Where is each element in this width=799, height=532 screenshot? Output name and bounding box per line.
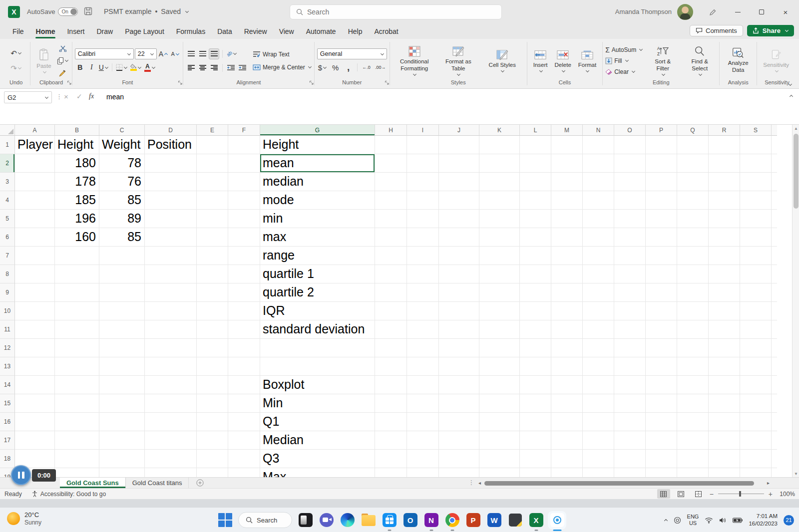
cell-L1[interactable] [520,136,551,154]
row-header-2[interactable]: 2 [0,154,15,173]
cell-J1[interactable] [439,136,479,154]
cell-G4[interactable]: mode [260,191,375,210]
cell-styles-button[interactable]: Cell Styles [480,48,524,73]
cell-E13[interactable] [197,357,228,376]
row-header-13[interactable]: 13 [0,357,15,376]
cell-E4[interactable] [197,191,228,210]
cell-O7[interactable] [614,247,646,265]
accessibility-status[interactable]: Accessibility: Good to go [32,491,106,498]
format-cells-button[interactable]: Format [575,48,600,73]
cell-I10[interactable] [407,302,439,320]
cell-E3[interactable] [197,173,228,191]
cell-M14[interactable] [551,376,583,394]
cell-C3[interactable]: 76 [99,173,145,191]
cell-B19[interactable] [55,468,99,477]
excel-logo-icon[interactable]: X [8,6,20,18]
cell-G3[interactable]: median [260,173,375,191]
cell-H13[interactable] [375,357,407,376]
cell-B4[interactable]: 185 [55,191,99,210]
cell-K10[interactable] [479,302,520,320]
scroll-right-arrow[interactable]: ▸ [767,480,770,486]
cell-H6[interactable] [375,228,407,247]
cell-Q17[interactable] [677,431,709,450]
cell-H18[interactable] [375,450,407,468]
cell-O16[interactable] [614,413,646,431]
sheet-tab-gold-coast-titans[interactable]: Gold Coast titans [126,478,189,488]
cell-partial-10[interactable] [772,302,777,320]
cell-B5[interactable]: 196 [55,210,99,228]
cell-I2[interactable] [407,154,439,173]
row-header-18[interactable]: 18 [0,450,15,468]
cell-G18[interactable]: Q3 [260,450,375,468]
formula-input[interactable]: mean [106,93,124,101]
cell-R15[interactable] [709,394,740,413]
cell-P19[interactable] [646,468,677,477]
cancel-entry-button[interactable]: × [64,92,68,101]
shrink-font-button[interactable]: A [170,48,180,59]
cell-P1[interactable] [646,136,677,154]
row-header-7[interactable]: 7 [0,247,15,265]
cell-P4[interactable] [646,191,677,210]
cell-M1[interactable] [551,136,583,154]
cell-S17[interactable] [740,431,772,450]
cell-O2[interactable] [614,154,646,173]
scroll-down-arrow[interactable]: ▼ [793,470,799,477]
cell-J12[interactable] [439,339,479,357]
cell-M3[interactable] [551,173,583,191]
cell-S2[interactable] [740,154,772,173]
cell-M10[interactable] [551,302,583,320]
cell-L8[interactable] [520,265,551,283]
cell-N17[interactable] [583,431,614,450]
cell-L16[interactable] [520,413,551,431]
cell-C1[interactable]: Weight [99,136,145,154]
page-layout-view-button[interactable] [675,489,688,499]
cell-P5[interactable] [646,210,677,228]
cell-A15[interactable] [15,394,55,413]
cell-K13[interactable] [479,357,520,376]
zoom-level[interactable]: 100% [777,491,795,498]
cell-E1[interactable] [197,136,228,154]
cell-E19[interactable] [197,468,228,477]
start-button[interactable] [218,513,233,528]
cell-O17[interactable] [614,431,646,450]
cell-D11[interactable] [145,320,197,339]
cell-M6[interactable] [551,228,583,247]
row-header-6[interactable]: 6 [0,228,15,247]
cell-F10[interactable] [228,302,260,320]
cell-partial-11[interactable] [772,320,777,339]
cell-K5[interactable] [479,210,520,228]
cell-Q8[interactable] [677,265,709,283]
column-header-L[interactable]: L [520,125,551,136]
cell-J10[interactable] [439,302,479,320]
cell-J14[interactable] [439,376,479,394]
comments-button[interactable]: Comments [690,25,743,36]
cell-S18[interactable] [740,450,772,468]
cell-O19[interactable] [614,468,646,477]
cell-B16[interactable] [55,413,99,431]
cell-I14[interactable] [407,376,439,394]
cell-A11[interactable] [15,320,55,339]
copy-button[interactable] [56,55,69,66]
cell-I1[interactable] [407,136,439,154]
cell-A1[interactable]: Player [15,136,55,154]
tab-file[interactable]: File [7,25,29,37]
orientation-button[interactable]: ab [226,48,238,59]
cell-E7[interactable] [197,247,228,265]
cell-E9[interactable] [197,283,228,302]
cell-G13[interactable] [260,357,375,376]
cell-partial-2[interactable] [772,154,777,173]
cell-J16[interactable] [439,413,479,431]
cell-R13[interactable] [709,357,740,376]
column-header-F[interactable]: F [228,125,260,136]
cell-D16[interactable] [145,413,197,431]
cell-K18[interactable] [479,450,520,468]
cell-O10[interactable] [614,302,646,320]
onenote-app-icon[interactable]: N [423,513,439,528]
cell-Q19[interactable] [677,468,709,477]
cell-G19[interactable]: Max [260,468,375,477]
bold-button[interactable]: B [75,62,85,73]
cell-Q2[interactable] [677,154,709,173]
powerpoint-app-icon[interactable]: P [465,513,481,528]
cell-H19[interactable] [375,468,407,477]
cell-S5[interactable] [740,210,772,228]
